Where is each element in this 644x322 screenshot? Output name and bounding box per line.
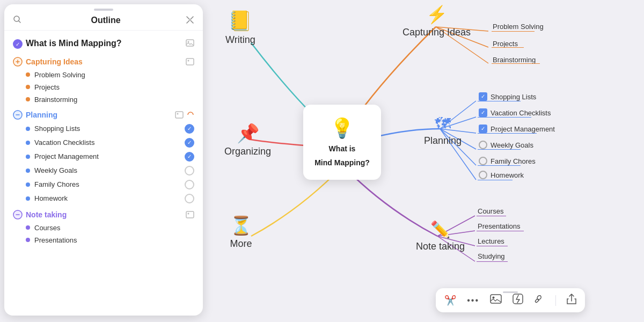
bullet-icon <box>26 141 30 145</box>
leaf-homework: Homework <box>479 171 524 179</box>
toolbar-handle <box>503 291 518 293</box>
child-label: Project Management <box>34 152 180 160</box>
list-item: Weekly Goals <box>24 164 196 178</box>
child-label: Weekly Goals <box>34 166 180 174</box>
center-card: 💡 What is Mind Mapping? <box>303 105 381 180</box>
section-planning-title: Planning <box>26 111 172 119</box>
section-notetaking: Note taking Courses Presentations <box>11 208 196 246</box>
section-toggle-planning <box>13 110 23 120</box>
leaf-lectures: Lectures <box>478 237 504 245</box>
branch-planning: 🗺 Planning <box>424 115 462 147</box>
section-notetaking-children: Courses Presentations <box>11 222 196 246</box>
child-label: Family Chores <box>34 180 180 188</box>
leaf-presentations: Presentations <box>478 222 521 230</box>
leaf-brainstorming: Brainstorming <box>493 56 536 64</box>
image-icon[interactable] <box>490 294 502 306</box>
list-item: Courses <box>24 222 196 234</box>
svg-line-14 <box>19 21 20 23</box>
svg-point-25 <box>188 213 189 214</box>
list-item: Brainstorming <box>24 93 196 106</box>
root-item: ✓ What is Mind Mapping? <box>11 35 196 53</box>
svg-point-27 <box>493 297 495 299</box>
section-planning: Planning Shopping Lists ✓ <box>11 108 196 206</box>
section-planning-children: Shopping Lists ✓ Vacation Checklists ✓ P… <box>11 122 196 206</box>
list-item: Problem Solving <box>24 69 196 81</box>
leaf-family-chores: Family Chores <box>479 157 536 165</box>
search-icon[interactable] <box>13 15 21 26</box>
checkbox-vacation-checklists[interactable]: ✓ <box>185 138 194 148</box>
wrench-icon[interactable] <box>534 294 545 307</box>
svg-rect-26 <box>491 295 501 303</box>
section-planning-header[interactable]: Planning <box>11 108 196 122</box>
svg-point-19 <box>188 60 189 61</box>
center-card-text: What is <box>329 144 356 153</box>
root-check: ✓ <box>13 39 23 49</box>
svg-point-22 <box>177 113 179 114</box>
leaf-studying: Studying <box>478 252 505 260</box>
branch-organizing: 📌 Organizing <box>224 122 271 157</box>
checkbox-family-chores[interactable] <box>185 180 194 189</box>
share-icon[interactable] <box>567 294 576 307</box>
leaf-problem-solving: Problem Solving <box>493 23 544 31</box>
root-title: What is Mind Mapping? <box>26 38 182 49</box>
svg-rect-21 <box>175 112 183 118</box>
section-capturing-header[interactable]: Capturing Ideas <box>11 55 196 69</box>
list-item: Presentations <box>24 234 196 246</box>
list-item: Homework <box>24 192 196 206</box>
checkbox-shopping-lists[interactable]: ✓ <box>185 124 194 134</box>
branch-writing: 📒 Writing <box>225 10 255 46</box>
leaf-project-management: ✓Project Management <box>479 125 555 133</box>
outline-panel: Outline ✓ What is Mind Mapping? <box>4 4 203 316</box>
lightbulb-icon: 💡 <box>330 117 354 140</box>
bullet-icon <box>26 155 30 159</box>
child-label: Vacation Checklists <box>34 138 180 147</box>
section-notetaking-header[interactable]: Note taking <box>11 208 196 222</box>
panel-title: Outline <box>26 16 186 25</box>
svg-rect-15 <box>186 40 194 46</box>
checkbox-weekly-goals[interactable] <box>185 166 194 175</box>
child-label: Shopping Lists <box>34 125 180 133</box>
list-item: Vacation Checklists ✓ <box>24 136 196 150</box>
child-label: Brainstorming <box>34 96 194 104</box>
child-label: Projects <box>34 83 194 91</box>
bullet-icon <box>26 196 30 201</box>
section-toggle-capturing <box>13 57 23 67</box>
panel-header: Outline <box>4 11 203 31</box>
more-icon[interactable]: ••• <box>467 296 479 305</box>
leaf-shopping-lists: ✓Shopping Lists <box>479 92 536 101</box>
section-capturing-title: Capturing Ideas <box>26 57 182 66</box>
svg-rect-24 <box>186 211 194 218</box>
child-label: Courses <box>34 224 194 232</box>
bottom-toolbar: ✂️ ••• <box>436 288 585 312</box>
leaf-courses: Courses <box>478 207 503 215</box>
checkbox-project-management[interactable]: ✓ <box>185 152 194 162</box>
root-image-icon <box>186 39 194 48</box>
bullet-icon <box>26 97 30 101</box>
section-capturing-children: Problem Solving Projects Brainstorming <box>11 69 196 106</box>
expand-icon[interactable] <box>186 16 194 26</box>
section-toggle-notetaking <box>13 210 23 219</box>
leaf-weekly-goals: Weekly Goals <box>479 141 533 149</box>
child-label: Homework <box>34 194 180 202</box>
leaf-projects: Projects <box>493 40 518 48</box>
leaf-vacation-checklists: ✓Vacation Checklists <box>479 108 551 117</box>
bullet-icon <box>26 127 30 131</box>
panel-content: ✓ What is Mind Mapping? Capturin <box>4 31 203 316</box>
bullet-icon <box>26 238 30 242</box>
branch-more: ⏳ More <box>230 215 252 250</box>
bullet-icon <box>26 85 30 89</box>
section-notetaking-title: Note taking <box>26 210 182 219</box>
child-label: Problem Solving <box>34 71 194 79</box>
lightning-icon[interactable] <box>513 294 523 307</box>
bullet-icon <box>26 72 30 77</box>
bullet-icon <box>26 182 30 187</box>
scissors-icon[interactable]: ✂️ <box>444 295 456 306</box>
list-item: Projects <box>24 81 196 93</box>
checkbox-homework[interactable] <box>185 194 194 203</box>
list-item: Project Management ✓ <box>24 150 196 164</box>
section-capturing: Capturing Ideas Problem Solving Projects <box>11 55 196 106</box>
svg-point-16 <box>188 41 189 43</box>
branch-notetaking: ✏️ Note taking <box>416 220 465 252</box>
list-item: Family Chores <box>24 178 196 192</box>
center-card-subtext: Mind Mapping? <box>314 158 370 167</box>
